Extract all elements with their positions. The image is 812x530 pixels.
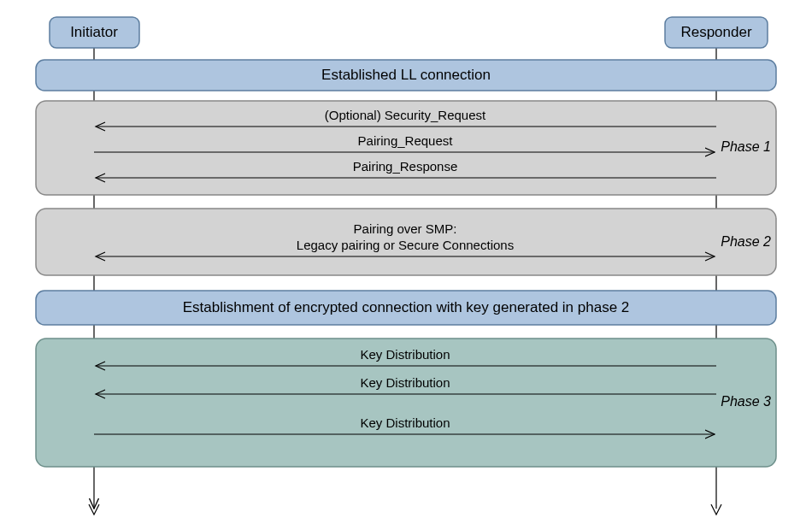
phase1-msg3-label: Pairing_Response (353, 159, 458, 174)
phase2-line1: Pairing over SMP: (354, 221, 457, 236)
actor-responder: Responder (665, 17, 768, 48)
phase2-label: Phase 2 (721, 234, 771, 249)
actor-initiator: Initiator (50, 17, 139, 48)
phase3-msg3-label: Key Distribution (360, 415, 450, 430)
phase3-msg1-label: Key Distribution (360, 347, 450, 362)
sequence-diagram: Initiator Responder Established LL conne… (0, 0, 812, 530)
phase1-box: Phase 1 (Optional) Security_Request Pair… (36, 101, 776, 195)
banner-encrypted-label: Establishment of encrypted connection wi… (183, 299, 630, 315)
banner-encrypted-connection: Establishment of encrypted connection wi… (36, 291, 776, 325)
phase1-msg2-label: Pairing_Request (358, 133, 454, 148)
phase3-label: Phase 3 (721, 394, 771, 409)
phase2-box: Phase 2 Pairing over SMP: Legacy pairing… (36, 209, 776, 275)
phase3-box: Phase 3 Key Distribution Key Distributio… (36, 339, 776, 467)
phase1-label: Phase 1 (721, 139, 771, 154)
actor-responder-label: Responder (680, 24, 752, 40)
actor-initiator-label: Initiator (70, 24, 118, 40)
phase1-msg1-label: (Optional) Security_Request (325, 108, 486, 122)
banner-ll-connection-label: Established LL connection (321, 67, 491, 83)
banner-ll-connection: Established LL connection (36, 60, 776, 91)
phase3-msg2-label: Key Distribution (360, 375, 450, 390)
phase2-line2: Legacy pairing or Secure Connections (297, 238, 514, 252)
